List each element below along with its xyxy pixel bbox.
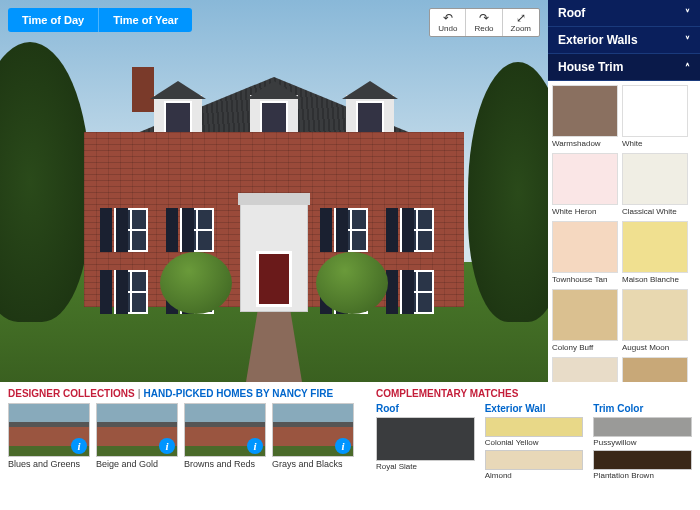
collection-blues-and-greens[interactable]: Blues and Greens [8, 403, 90, 469]
match-col-exterior-wall: Exterior WallColonial YellowAlmond [485, 403, 584, 483]
collection-grays-and-blacks[interactable]: Grays and Blacks [272, 403, 354, 469]
accordion-exterior-walls[interactable]: Exterior Walls˅ [548, 27, 700, 54]
options-sidebar: Roof˅Exterior Walls˅House Trim˄ Warmshad… [548, 0, 700, 382]
house-viewer[interactable]: Time of Day Time of Year ↶Undo ↷Redo ⤢Zo… [0, 0, 548, 382]
collection-browns-and-reds[interactable]: Browns and Reds [184, 403, 266, 469]
match-col-trim-color: Trim ColorPussywillowPlantation Brown [593, 403, 692, 483]
collections-title: DESIGNER COLLECTIONS|HAND-PICKED HOMES B… [8, 388, 364, 399]
swatch-white[interactable]: White [622, 85, 688, 149]
swatch-townhouse-tan[interactable]: Townhouse Tan [552, 221, 618, 285]
accordion-roof[interactable]: Roof˅ [548, 0, 700, 27]
swatch-list[interactable]: WarmshadowWhiteWhite HeronClassical Whit… [548, 81, 700, 382]
swatch-august-moon[interactable]: August Moon [622, 289, 688, 353]
time-toggle: Time of Day Time of Year [8, 8, 192, 32]
time-of-day-button[interactable]: Time of Day [8, 8, 99, 32]
chevron-down-icon: ˅ [685, 35, 690, 46]
zoom-button[interactable]: ⤢Zoom [503, 9, 539, 36]
chevron-up-icon: ˄ [685, 62, 690, 73]
zoom-icon: ⤢ [516, 12, 526, 24]
viewer-tools: ↶Undo ↷Redo ⤢Zoom [429, 8, 540, 37]
match-swatch-royal-slate[interactable]: Royal Slate [376, 417, 475, 471]
designer-collections: DESIGNER COLLECTIONS|HAND-PICKED HOMES B… [8, 388, 364, 483]
swatch-unnamed[interactable] [552, 357, 618, 382]
swatch-classical-white[interactable]: Classical White [622, 153, 688, 217]
matches-title: COMPLEMENTARY MATCHES [376, 388, 692, 399]
chevron-down-icon: ˅ [685, 8, 690, 19]
match-swatch-almond[interactable]: Almond [485, 450, 584, 480]
redo-button[interactable]: ↷Redo [466, 9, 502, 36]
swatch-colony-buff[interactable]: Colony Buff [552, 289, 618, 353]
accordion-house-trim[interactable]: House Trim˄ [548, 54, 700, 81]
undo-button[interactable]: ↶Undo [430, 9, 466, 36]
match-swatch-plantation-brown[interactable]: Plantation Brown [593, 450, 692, 480]
match-swatch-pussywillow[interactable]: Pussywillow [593, 417, 692, 447]
swatch-white-heron[interactable]: White Heron [552, 153, 618, 217]
undo-icon: ↶ [443, 12, 453, 24]
match-swatch-colonial-yellow[interactable]: Colonial Yellow [485, 417, 584, 447]
swatch-maison-blanche[interactable]: Maison Blanche [622, 221, 688, 285]
match-col-roof: RoofRoyal Slate [376, 403, 475, 483]
swatch-unnamed[interactable] [622, 357, 688, 382]
swatch-warmshadow[interactable]: Warmshadow [552, 85, 618, 149]
time-of-year-button[interactable]: Time of Year [99, 8, 192, 32]
collection-beige-and-gold[interactable]: Beige and Gold [96, 403, 178, 469]
complementary-matches: COMPLEMENTARY MATCHES RoofRoyal SlateExt… [376, 388, 692, 483]
redo-icon: ↷ [479, 12, 489, 24]
